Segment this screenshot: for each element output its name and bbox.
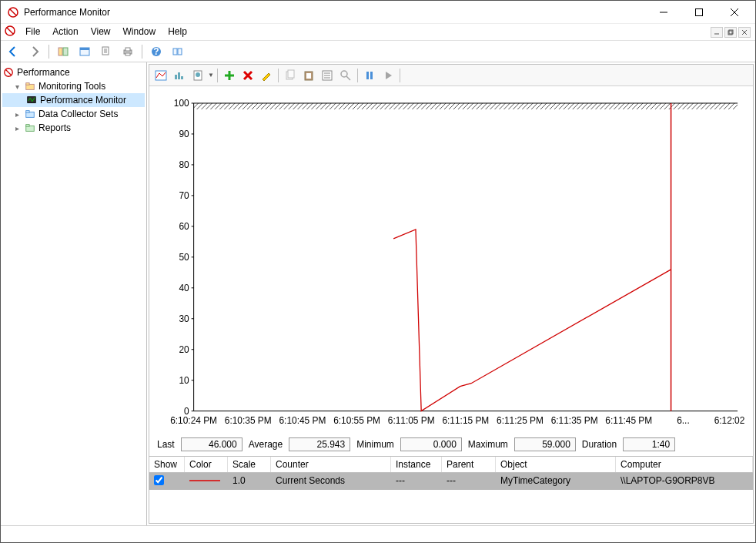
show-hide-tree-button[interactable] (54, 43, 72, 60)
maximize-button[interactable] (681, 2, 717, 23)
menubar: File Action View Window Help (1, 24, 755, 41)
dur-value: 1:40 (623, 437, 675, 451)
export-button[interactable] (97, 43, 115, 60)
svg-text:10: 10 (179, 375, 189, 386)
copy-button[interactable] (282, 67, 299, 84)
tree-label: Performance (17, 67, 70, 78)
row-instance: --- (391, 473, 442, 490)
svg-text:6:10:45 PM: 6:10:45 PM (279, 415, 326, 426)
svg-rect-40 (181, 76, 183, 79)
svg-text:6:10:35 PM: 6:10:35 PM (225, 415, 272, 426)
status-bar (1, 525, 755, 542)
add-button[interactable] (221, 67, 238, 84)
tree-data-collector[interactable]: ▸ Data Collector Sets (2, 107, 145, 121)
min-label: Minimum (356, 439, 394, 450)
max-value: 59.000 (514, 437, 576, 451)
tree-label: Data Collector Sets (38, 109, 118, 119)
collapse-icon[interactable]: ▾ (13, 82, 22, 91)
dropdown-arrow-icon[interactable]: ▼ (208, 72, 214, 79)
back-button[interactable] (4, 43, 22, 60)
svg-rect-14 (63, 48, 68, 55)
mdi-minimize-button[interactable] (711, 27, 723, 38)
svg-rect-34 (26, 111, 29, 113)
svg-rect-36 (26, 125, 29, 127)
legend-row[interactable]: 1.0 Current Seconds --- --- MyTimeCatego… (149, 473, 753, 490)
print-button[interactable] (119, 43, 137, 60)
tree-label: Monitoring Tools (38, 81, 105, 92)
svg-text:6:11:15 PM: 6:11:15 PM (442, 415, 489, 426)
legend-table[interactable]: Show Color Scale Counter Instance Parent… (149, 456, 753, 490)
show-checkbox[interactable] (154, 475, 164, 485)
delete-button[interactable] (239, 67, 256, 84)
minimize-button[interactable] (646, 2, 681, 23)
highlight-button[interactable] (258, 67, 275, 84)
paste-button[interactable] (300, 67, 317, 84)
svg-text:80: 80 (179, 159, 189, 170)
show-from-here-button[interactable] (169, 43, 187, 60)
menu-window[interactable]: Window (117, 25, 162, 39)
svg-text:40: 40 (179, 283, 189, 293)
mmc-icon (4, 25, 16, 39)
max-label: Maximum (468, 439, 508, 450)
forward-button[interactable] (25, 43, 44, 60)
expand-icon[interactable]: ▸ (13, 124, 22, 132)
svg-text:50: 50 (179, 252, 189, 263)
col-scale[interactable]: Scale (228, 457, 271, 472)
col-color[interactable]: Color (185, 457, 228, 472)
svg-text:20: 20 (179, 344, 189, 355)
svg-text:6:12:02 PM: 6:12:02 PM (714, 415, 745, 426)
svg-text:60: 60 (179, 221, 189, 232)
svg-line-7 (7, 28, 13, 34)
svg-text:6:11:45 PM: 6:11:45 PM (605, 415, 652, 426)
mdi-close-button[interactable] (738, 27, 751, 38)
tree-root-performance[interactable]: Performance (2, 65, 145, 79)
svg-text:6:11:05 PM: 6:11:05 PM (388, 415, 435, 426)
svg-text:?: ? (153, 46, 159, 57)
svg-rect-22 (125, 48, 130, 51)
col-show[interactable]: Show (149, 457, 185, 472)
svg-text:6:11:35 PM: 6:11:35 PM (551, 415, 598, 426)
update-button[interactable] (380, 67, 396, 84)
svg-text:6:11:25 PM: 6:11:25 PM (497, 415, 544, 426)
col-computer[interactable]: Computer (616, 457, 753, 472)
svg-rect-57 (366, 72, 369, 79)
row-parent: --- (442, 473, 496, 490)
view-histogram-button[interactable] (171, 67, 188, 84)
menu-help[interactable]: Help (162, 25, 193, 39)
freeze-button[interactable] (361, 67, 378, 84)
tree-reports[interactable]: ▸ Reports (2, 121, 145, 135)
new-window-button[interactable] (75, 43, 94, 60)
view-line-button[interactable] (152, 67, 169, 84)
col-object[interactable]: Object (496, 457, 616, 472)
menu-action[interactable]: Action (46, 25, 84, 39)
menu-file[interactable]: File (19, 25, 46, 39)
close-button[interactable] (717, 2, 752, 23)
tree-performance-monitor[interactable]: Performance Monitor (2, 93, 145, 107)
svg-rect-23 (125, 53, 130, 55)
svg-rect-48 (288, 70, 294, 78)
last-value: 46.000 (181, 437, 243, 451)
mdi-restore-button[interactable] (724, 27, 737, 38)
menu-view[interactable]: View (85, 25, 117, 39)
svg-rect-3 (696, 8, 703, 15)
zoom-button[interactable] (337, 67, 354, 84)
tree-monitoring-tools[interactable]: ▾ Monitoring Tools (2, 79, 145, 93)
svg-rect-31 (26, 83, 29, 85)
svg-rect-59 (194, 103, 738, 109)
app-icon (7, 6, 19, 18)
perfmon-icon (2, 66, 15, 79)
tree-label: Performance Monitor (40, 95, 126, 106)
col-counter[interactable]: Counter (271, 457, 391, 472)
svg-text:90: 90 (179, 129, 189, 139)
svg-rect-58 (370, 72, 373, 79)
navigation-tree[interactable]: Performance ▾ Monitoring Tools Performan… (1, 62, 147, 525)
svg-rect-13 (59, 48, 62, 55)
col-parent[interactable]: Parent (442, 457, 496, 472)
help-button[interactable]: ? (147, 43, 166, 60)
svg-text:6:10:55 PM: 6:10:55 PM (333, 415, 380, 426)
col-instance[interactable]: Instance (391, 457, 442, 472)
expand-icon[interactable]: ▸ (13, 110, 22, 119)
view-report-button[interactable] (189, 67, 206, 84)
chart[interactable]: 01020304050607080901006:10:24 PM6:10:35 … (149, 86, 753, 433)
properties-button[interactable] (319, 67, 336, 84)
